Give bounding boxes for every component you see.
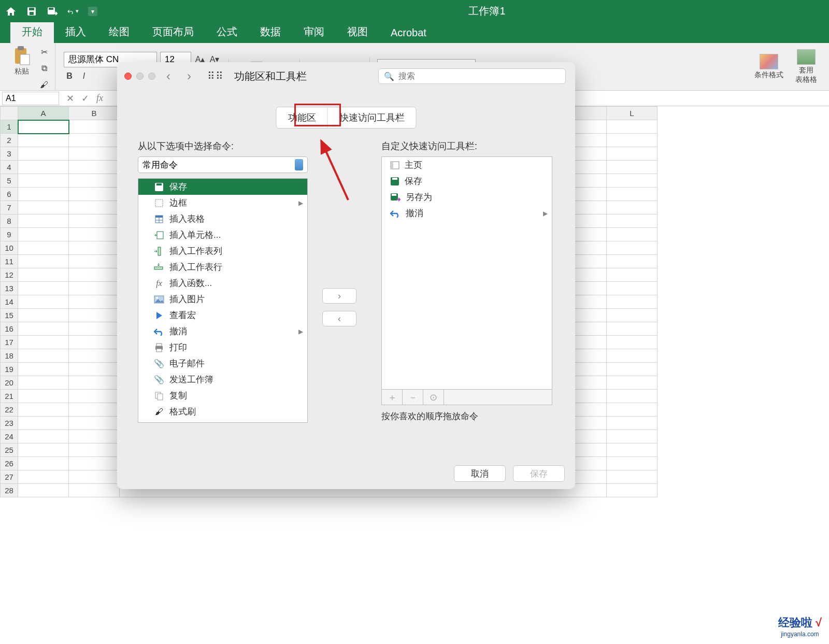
cell[interactable] bbox=[607, 336, 658, 349]
cell[interactable] bbox=[69, 201, 120, 214]
commands-listbox[interactable]: 保存边框▶插入表格插入单元格...插入工作表列插入工作表行fx插入函数...插入… bbox=[138, 178, 308, 423]
cell[interactable] bbox=[18, 174, 69, 188]
command-item[interactable]: 查看宏 bbox=[138, 307, 307, 323]
close-icon[interactable] bbox=[124, 73, 132, 80]
command-item[interactable]: 边框▶ bbox=[138, 195, 307, 211]
accept-formula-icon[interactable]: ✓ bbox=[81, 93, 89, 104]
cell[interactable] bbox=[607, 241, 658, 255]
cell[interactable] bbox=[69, 309, 120, 322]
row-header[interactable]: 15 bbox=[1, 309, 18, 322]
name-box[interactable] bbox=[2, 92, 59, 105]
paste-icon[interactable] bbox=[11, 45, 32, 66]
cell[interactable] bbox=[69, 134, 120, 147]
cell[interactable] bbox=[69, 161, 120, 174]
save-icon[interactable] bbox=[26, 6, 37, 17]
cell[interactable] bbox=[607, 376, 658, 390]
cell[interactable] bbox=[18, 134, 69, 147]
qat-item[interactable]: 保存 bbox=[382, 173, 552, 189]
cell[interactable] bbox=[607, 147, 658, 161]
cell[interactable] bbox=[18, 376, 69, 390]
cell[interactable] bbox=[69, 241, 120, 255]
cell[interactable] bbox=[18, 457, 69, 470]
cell[interactable] bbox=[607, 255, 658, 268]
cell[interactable] bbox=[18, 336, 69, 349]
cell[interactable] bbox=[607, 349, 658, 363]
cell[interactable] bbox=[69, 174, 120, 188]
row-header[interactable]: 14 bbox=[1, 295, 18, 309]
cell[interactable] bbox=[607, 322, 658, 336]
tab-review[interactable]: 审阅 bbox=[292, 21, 336, 43]
command-item[interactable]: 插入单元格... bbox=[138, 227, 307, 243]
cell[interactable] bbox=[607, 470, 658, 484]
qat-listbox[interactable]: 主页保存另存为撤消▶ bbox=[381, 156, 552, 390]
row-header[interactable]: 3 bbox=[1, 147, 18, 161]
cell[interactable] bbox=[607, 430, 658, 443]
seg-qat[interactable]: 快速访问工具栏 bbox=[328, 107, 416, 128]
column-header[interactable]: A bbox=[18, 107, 69, 120]
row-header[interactable]: 5 bbox=[1, 174, 18, 188]
cell[interactable] bbox=[607, 309, 658, 322]
cell[interactable] bbox=[69, 484, 120, 497]
cell[interactable] bbox=[18, 268, 69, 282]
cell[interactable] bbox=[18, 188, 69, 201]
cell[interactable] bbox=[18, 322, 69, 336]
cell[interactable] bbox=[18, 470, 69, 484]
cell[interactable] bbox=[69, 255, 120, 268]
cell[interactable] bbox=[18, 403, 69, 417]
row-header[interactable]: 1 bbox=[1, 120, 18, 134]
qat-item[interactable]: 主页 bbox=[382, 157, 552, 173]
home-icon[interactable] bbox=[5, 6, 17, 17]
row-header[interactable]: 21 bbox=[1, 390, 18, 403]
nav-back-icon[interactable]: ‹ bbox=[161, 68, 176, 84]
cancel-button[interactable]: 取消 bbox=[454, 465, 506, 482]
tab-view[interactable]: 视图 bbox=[336, 21, 379, 43]
seg-ribbon[interactable]: 功能区 bbox=[277, 107, 328, 128]
format-painter-icon[interactable]: 🖌 bbox=[38, 79, 50, 91]
cell[interactable] bbox=[607, 484, 658, 497]
cell[interactable] bbox=[69, 147, 120, 161]
cell[interactable] bbox=[18, 430, 69, 443]
command-item[interactable]: 插入表格 bbox=[138, 211, 307, 227]
cell[interactable] bbox=[69, 214, 120, 228]
cell[interactable] bbox=[69, 376, 120, 390]
add-command-button[interactable]: › bbox=[322, 288, 356, 304]
cell[interactable] bbox=[69, 120, 120, 134]
cell[interactable] bbox=[69, 457, 120, 470]
cell[interactable] bbox=[607, 214, 658, 228]
cell[interactable] bbox=[69, 268, 120, 282]
cell[interactable] bbox=[18, 484, 69, 497]
cell[interactable] bbox=[607, 443, 658, 457]
command-item[interactable]: 保存 bbox=[138, 179, 307, 195]
tab-home[interactable]: 开始 bbox=[10, 21, 54, 43]
cell[interactable] bbox=[69, 470, 120, 484]
cell[interactable] bbox=[18, 309, 69, 322]
cell[interactable] bbox=[18, 349, 69, 363]
conditional-format-button[interactable]: 条件格式 bbox=[752, 54, 785, 80]
cell[interactable] bbox=[69, 295, 120, 309]
cell[interactable] bbox=[607, 295, 658, 309]
cell[interactable] bbox=[607, 363, 658, 376]
fx-icon[interactable]: fx bbox=[96, 93, 103, 104]
command-item[interactable]: 🖌格式刷 bbox=[138, 404, 307, 420]
row-header[interactable]: 4 bbox=[1, 161, 18, 174]
cell[interactable] bbox=[607, 174, 658, 188]
apps-grid-icon[interactable]: ⠿⠿ bbox=[207, 70, 224, 82]
cell[interactable] bbox=[607, 457, 658, 470]
cell[interactable] bbox=[69, 228, 120, 241]
command-item[interactable]: 插入工作表行 bbox=[138, 259, 307, 275]
cell[interactable] bbox=[18, 120, 69, 134]
command-item[interactable]: 📎发送工作簿 bbox=[138, 371, 307, 388]
row-header[interactable]: 26 bbox=[1, 457, 18, 470]
row-header[interactable]: 11 bbox=[1, 255, 18, 268]
cell[interactable] bbox=[18, 390, 69, 403]
cell[interactable] bbox=[18, 228, 69, 241]
cell[interactable] bbox=[607, 120, 658, 134]
cell[interactable] bbox=[18, 201, 69, 214]
cell[interactable] bbox=[69, 363, 120, 376]
row-header[interactable]: 19 bbox=[1, 363, 18, 376]
command-item[interactable]: 复制 bbox=[138, 388, 307, 404]
row-header[interactable]: 13 bbox=[1, 282, 18, 295]
search-input[interactable] bbox=[398, 71, 560, 81]
cell[interactable] bbox=[69, 322, 120, 336]
row-header[interactable]: 2 bbox=[1, 134, 18, 147]
